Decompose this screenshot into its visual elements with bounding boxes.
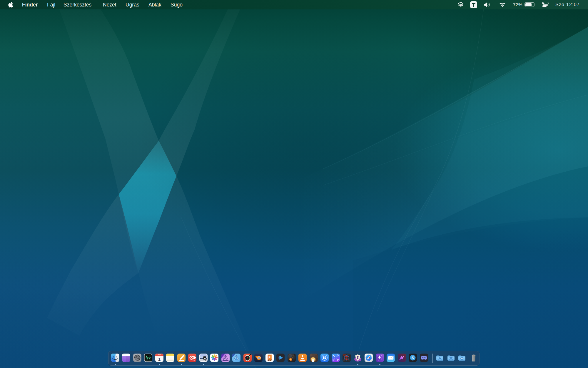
svg-text:1: 1 bbox=[158, 357, 161, 362]
svg-text:F: F bbox=[268, 356, 270, 359]
svg-text:OKT.: OKT. bbox=[158, 354, 161, 356]
svg-text:PDF: PDF bbox=[193, 359, 196, 361]
svg-text:360: 360 bbox=[268, 360, 270, 361]
svg-text:S: S bbox=[411, 356, 414, 360]
